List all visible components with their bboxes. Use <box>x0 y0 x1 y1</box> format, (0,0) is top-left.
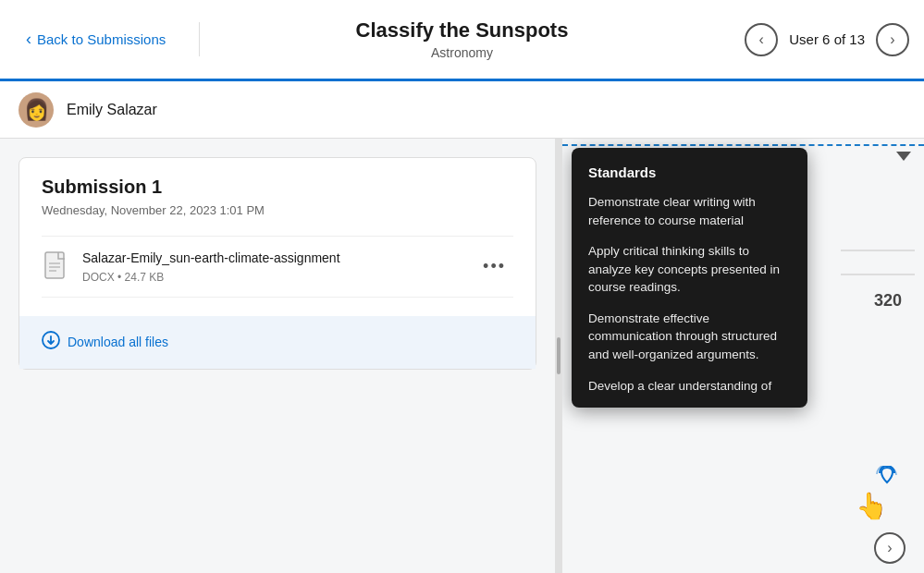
submission-card: Submission 1 Wednesday, November 22, 202… <box>18 157 536 370</box>
user-header: 👩 Emily Salazar <box>0 81 924 139</box>
prev-user-button[interactable]: ‹ <box>745 23 778 56</box>
download-label: Download all files <box>68 335 168 349</box>
file-type: DOCX <box>82 271 115 284</box>
download-section: Download all files <box>19 316 536 369</box>
submission-title: Submission 1 <box>42 177 513 198</box>
score-line-1 <box>841 250 915 251</box>
submission-date: Wednesday, November 22, 2023 1:01 PM <box>42 203 513 217</box>
user-name: Emily Salazar <box>67 102 157 118</box>
divider-handle <box>557 337 561 374</box>
file-details: Salazar-Emily_sun-earth-climate-assignme… <box>82 250 340 284</box>
title-section: Classify the Sunspots Astronomy <box>200 18 724 60</box>
cursor-area: 👆 <box>852 473 896 518</box>
prev-icon: ‹ <box>759 31 764 48</box>
file-info: Salazar-Emily_sun-earth-climate-assignme… <box>42 250 340 284</box>
main-content: Submission 1 Wednesday, November 22, 202… <box>0 139 924 573</box>
avatar: 👩 <box>18 92 54 128</box>
user-count: User 6 of 13 <box>789 31 865 47</box>
left-panel: Submission 1 Wednesday, November 22, 202… <box>0 139 555 573</box>
download-all-button[interactable]: Download all files <box>42 331 168 354</box>
nav-section: ‹ User 6 of 13 › <box>724 23 909 56</box>
standards-popup: Standards Demonstrate clear writing with… <box>572 148 807 408</box>
standards-title: Standards <box>588 165 791 180</box>
back-label: Back to Submissions <box>37 31 166 47</box>
file-dot: • <box>117 271 125 284</box>
file-menu-button[interactable]: ••• <box>475 253 513 280</box>
score-line-2 <box>841 274 915 275</box>
wifi-cursor-icon: 👆 <box>852 473 896 518</box>
dropdown-arrow-button[interactable] <box>896 152 911 161</box>
next-user-button[interactable]: › <box>876 23 909 56</box>
download-icon <box>42 331 60 354</box>
hand-icon: 👆 <box>856 491 888 521</box>
standard-item-3: Demonstrate effective communication thro… <box>588 310 791 364</box>
wifi-arcs-icon <box>874 466 900 494</box>
page-subtitle: Astronomy <box>200 45 724 60</box>
avatar-image: 👩 <box>24 98 49 122</box>
svg-rect-0 <box>45 252 64 278</box>
back-button[interactable]: ‹ Back to Submissions <box>15 22 200 56</box>
score-lines <box>832 250 924 298</box>
page-title: Classify the Sunspots <box>200 18 724 43</box>
file-meta: DOCX • 24.7 KB <box>82 271 340 284</box>
right-panel: Standards Demonstrate clear writing with… <box>562 139 924 573</box>
dotted-border <box>562 139 924 146</box>
file-size: 24.7 KB <box>125 271 165 284</box>
back-chevron-icon: ‹ <box>26 30 31 49</box>
bottom-next-button[interactable]: › <box>874 532 906 564</box>
file-name: Salazar-Emily_sun-earth-climate-assignme… <box>82 250 340 268</box>
file-icon <box>42 251 71 281</box>
standard-item-2: Apply critical thinking skills to analyz… <box>588 242 791 297</box>
top-bar: ‹ Back to Submissions Classify the Sunsp… <box>0 0 924 81</box>
standard-item-1: Demonstrate clear writing with reference… <box>588 193 791 229</box>
next-icon: › <box>890 31 894 48</box>
file-row: Salazar-Emily_sun-earth-climate-assignme… <box>42 236 513 298</box>
panel-divider[interactable] <box>555 139 562 573</box>
standard-item-4: Develop a clear understanding of <box>588 377 791 396</box>
